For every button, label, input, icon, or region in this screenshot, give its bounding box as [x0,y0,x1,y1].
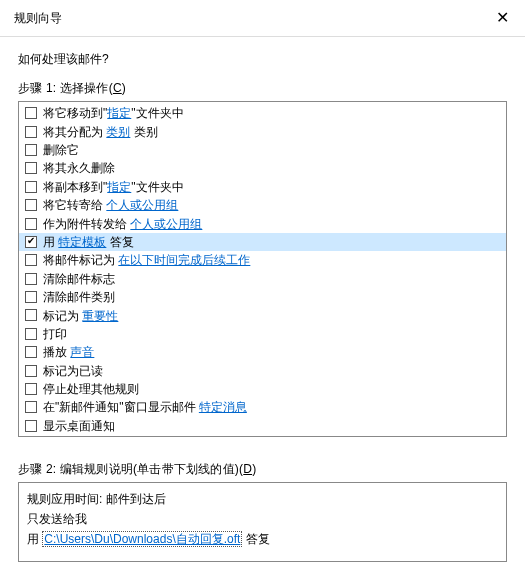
action-text-pre: 打印 [43,327,67,341]
action-item[interactable]: 标记为 重要性 [19,306,506,324]
desc-line-3-post: 答复 [242,532,269,546]
step1-label-prefix: 步骤 1: 选择操作( [18,81,113,95]
action-checkbox[interactable] [25,401,37,413]
step2-label-suffix: ) [252,462,256,476]
action-item[interactable]: 将副本移到"指定"文件夹中 [19,178,506,196]
step2-label-prefix: 步骤 2: 编辑规则说明(单击带下划线的值)( [18,462,243,476]
action-link[interactable]: 在以下时间完成后续工作 [118,253,250,267]
action-text-pre: 作为附件转发给 [43,217,130,231]
action-checkbox[interactable] [25,181,37,193]
step1-label-suffix: ) [122,81,126,95]
action-label: 作为附件转发给 个人或公用组 [43,215,202,233]
action-label: 将邮件标记为 在以下时间完成后续工作 [43,251,250,269]
action-checkbox[interactable] [25,346,37,358]
step1-accel: C [113,81,122,95]
dialog-content: 如何处理该邮件? 步骤 1: 选择操作(C) 将它移动到"指定"文件夹中将其分配… [0,37,525,562]
action-label: 将它移动到"指定"文件夹中 [43,104,184,122]
action-checkbox[interactable] [25,273,37,285]
step2-accel: D [243,462,252,476]
action-checkbox[interactable] [25,383,37,395]
desc-line-3: 用 C:\Users\Du\Downloads\自动回复.oft 答复 [27,529,498,549]
action-item[interactable]: 停止处理其他规则 [19,380,506,398]
action-checkbox[interactable] [25,126,37,138]
action-item[interactable]: 播放 声音 [19,343,506,361]
action-item[interactable]: 将其分配为 类别 类别 [19,122,506,140]
action-label: 将其永久删除 [43,159,115,177]
step1-label: 步骤 1: 选择操作(C) [18,80,507,97]
action-item[interactable]: 将邮件标记为 在以下时间完成后续工作 [19,251,506,269]
desc-line-2: 只发送给我 [27,509,498,529]
action-text-pre: 标记为已读 [43,364,103,378]
action-label: 将其分配为 类别 类别 [43,123,158,141]
action-link[interactable]: 类别 [106,125,130,139]
rule-description-box: 规则应用时间: 邮件到达后 只发送给我 用 C:\Users\Du\Downlo… [18,482,507,562]
template-path-link[interactable]: C:\Users\Du\Downloads\自动回复.oft [42,531,242,547]
action-label: 在"新邮件通知"窗口显示邮件 特定消息 [43,398,247,416]
action-text-pre: 清除邮件标志 [43,272,115,286]
action-checkbox[interactable] [25,199,37,211]
action-label: 显示桌面通知 [43,417,115,435]
action-checkbox[interactable] [25,291,37,303]
action-checkbox[interactable] [25,254,37,266]
desc-line-3-pre: 用 [27,532,42,546]
action-text-pre: 停止处理其他规则 [43,382,139,396]
action-item[interactable]: 打印 [19,325,506,343]
action-item[interactable]: 作为附件转发给 个人或公用组 [19,214,506,232]
action-link[interactable]: 指定 [107,180,131,194]
action-checkbox[interactable] [25,236,37,248]
action-checkbox[interactable] [25,328,37,340]
action-link[interactable]: 个人或公用组 [106,198,178,212]
action-text-pre: 用 [43,235,58,249]
action-text-pre: 将邮件标记为 [43,253,118,267]
step2-label: 步骤 2: 编辑规则说明(单击带下划线的值)(D) [18,461,507,478]
action-checkbox[interactable] [25,365,37,377]
action-item[interactable]: 标记为已读 [19,361,506,379]
action-text-post: "文件夹中 [131,106,183,120]
action-item[interactable]: 用 特定模板 答复 [19,233,506,251]
action-text-post: "文件夹中 [131,180,183,194]
action-text-pre: 将其分配为 [43,125,106,139]
action-link[interactable]: 个人或公用组 [130,217,202,231]
action-text-pre: 清除邮件类别 [43,290,115,304]
action-item[interactable]: 将它移动到"指定"文件夹中 [19,104,506,122]
action-label: 打印 [43,325,67,343]
action-item[interactable]: 删除它 [19,141,506,159]
action-checkbox[interactable] [25,162,37,174]
titlebar: 规则向导 ✕ [0,0,525,37]
dialog-title: 规则向导 [14,10,62,27]
action-label: 清除邮件类别 [43,288,115,306]
question-label: 如何处理该邮件? [18,51,507,68]
action-label: 标记为已读 [43,362,103,380]
action-checkbox[interactable] [25,144,37,156]
action-checkbox[interactable] [25,309,37,321]
action-item[interactable]: 将其永久删除 [19,159,506,177]
action-item[interactable]: 显示桌面通知 [19,417,506,435]
action-label: 删除它 [43,141,79,159]
action-text-pre: 播放 [43,345,70,359]
action-text-pre: 将它移动到" [43,106,107,120]
action-checkbox[interactable] [25,218,37,230]
action-label: 停止处理其他规则 [43,380,139,398]
action-item[interactable]: 将它转寄给 个人或公用组 [19,196,506,214]
action-text-pre: 在"新邮件通知"窗口显示邮件 [43,400,199,414]
close-icon[interactable]: ✕ [490,8,515,28]
action-link[interactable]: 重要性 [82,309,118,323]
actions-list[interactable]: 将它移动到"指定"文件夹中将其分配为 类别 类别删除它将其永久删除将副本移到"指… [18,101,507,437]
action-label: 将它转寄给 个人或公用组 [43,196,178,214]
action-label: 标记为 重要性 [43,307,118,325]
action-text-pre: 将它转寄给 [43,198,106,212]
action-item[interactable]: 在"新邮件通知"窗口显示邮件 特定消息 [19,398,506,416]
action-text-pre: 将副本移到" [43,180,107,194]
action-link[interactable]: 声音 [70,345,94,359]
action-text-pre: 标记为 [43,309,82,323]
action-label: 将副本移到"指定"文件夹中 [43,178,184,196]
desc-line-1: 规则应用时间: 邮件到达后 [27,489,498,509]
action-link[interactable]: 特定消息 [199,400,247,414]
action-link[interactable]: 特定模板 [58,235,106,249]
action-checkbox[interactable] [25,107,37,119]
action-item[interactable]: 清除邮件类别 [19,288,506,306]
action-checkbox[interactable] [25,420,37,432]
action-item[interactable]: 清除邮件标志 [19,270,506,288]
action-link[interactable]: 指定 [107,106,131,120]
action-text-pre: 删除它 [43,143,79,157]
